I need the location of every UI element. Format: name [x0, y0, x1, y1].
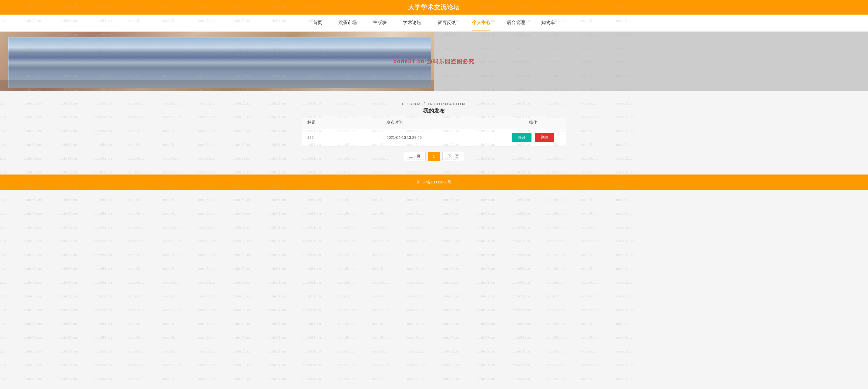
- nav-link-forum[interactable]: 主版块: [373, 14, 387, 31]
- watermark-item: code51.cn: [434, 386, 469, 389]
- watermark-item: code51.cn: [155, 248, 190, 262]
- watermark-item: code51.cn: [0, 193, 16, 207]
- column-header-title: 标题: [302, 116, 381, 129]
- watermark-row: code51.cncode51.cncode51.cncode51.cncode…: [0, 372, 868, 386]
- watermark-item: code51.cn: [225, 193, 259, 207]
- watermark-item: code51.cn: [399, 207, 434, 220]
- watermark-item: code51.cn: [0, 372, 16, 386]
- watermark-item: code51.cn: [225, 207, 259, 220]
- watermark-item: code51.cn: [608, 317, 643, 331]
- next-page-button[interactable]: 下一页: [442, 152, 464, 161]
- row-date: 2021-04-10 13:29:46: [381, 129, 500, 146]
- watermark-item: code51.cn: [190, 275, 225, 289]
- watermark-item: code51.cn: [120, 372, 155, 386]
- watermark-item: code51.cn: [155, 124, 190, 138]
- nav-link-academic[interactable]: 学术论坛: [403, 14, 421, 31]
- watermark-item: code51.cn: [294, 289, 329, 303]
- nav-item-cart[interactable]: 购物车: [541, 14, 555, 31]
- watermark-item: code51.cn: [503, 331, 538, 345]
- watermark-item: code51.cn: [259, 317, 294, 331]
- watermark-item: code51.cn: [85, 124, 120, 138]
- watermark-item: code51.cn: [573, 207, 608, 220]
- watermark-item: code51.cn: [16, 289, 51, 303]
- watermark-item: code51.cn: [225, 220, 259, 234]
- watermark-item: code51.cn: [120, 386, 155, 389]
- main-content: FORUM / INFORMATION 我的发布 标题 发布时间 操作 222 …: [299, 91, 569, 175]
- watermark-item: code51.cn: [399, 289, 434, 303]
- watermark-item: code51.cn: [503, 289, 538, 303]
- watermark-item: code51.cn: [225, 289, 259, 303]
- watermark-item: code51.cn: [120, 234, 155, 248]
- watermark-item: code51.cn: [503, 317, 538, 331]
- nav-link-feedback[interactable]: 留言反馈: [437, 14, 456, 31]
- watermark-item: code51.cn: [85, 275, 120, 289]
- edit-button[interactable]: 修改: [512, 133, 531, 142]
- watermark-item: code51.cn: [120, 124, 155, 138]
- watermark-item: code51.cn: [51, 220, 85, 234]
- watermark-item: code51.cn: [608, 193, 643, 207]
- watermark-item: code51.cn: [190, 138, 225, 152]
- watermark-item: code51.cn: [294, 275, 329, 289]
- watermark-item: code51.cn: [573, 345, 608, 358]
- watermark-item: code51.cn: [0, 345, 16, 358]
- watermark-item: code51.cn: [190, 317, 225, 331]
- site-title: 大学学术交流论坛: [0, 3, 868, 11]
- watermark-item: code51.cn: [190, 248, 225, 262]
- banner-left-image: [0, 32, 434, 91]
- row-title: 222: [302, 129, 381, 146]
- watermark-item: code51.cn: [329, 234, 364, 248]
- nav-item-forum[interactable]: 主版块: [373, 14, 387, 31]
- nav-item-personal[interactable]: 个人中心: [472, 14, 491, 31]
- watermark-item: code51.cn: [434, 262, 469, 275]
- watermark-item: code51.cn: [259, 96, 294, 110]
- watermark-item: code51.cn: [0, 331, 16, 345]
- nav-link-flea[interactable]: 跳蚤市场: [338, 14, 357, 31]
- watermark-item: code51.cn: [329, 372, 364, 386]
- watermark-item: code51.cn: [294, 303, 329, 317]
- watermark-item: code51.cn: [85, 358, 120, 372]
- nav-link-cart[interactable]: 购物车: [541, 14, 555, 31]
- watermark-item: code51.cn: [0, 110, 16, 124]
- watermark-item: code51.cn: [0, 124, 16, 138]
- watermark-item: code51.cn: [85, 262, 120, 275]
- watermark-item: code51.cn: [120, 96, 155, 110]
- watermark-item: code51.cn: [608, 124, 643, 138]
- watermark-item: code51.cn: [16, 96, 51, 110]
- watermark-item: code51.cn: [399, 220, 434, 234]
- nav-item-admin[interactable]: 后台管理: [507, 14, 525, 31]
- watermark-item: code51.cn: [434, 372, 469, 386]
- watermark-item: code51.cn: [294, 317, 329, 331]
- nav-item-home[interactable]: 首页: [313, 14, 322, 31]
- watermark-item: code51.cn: [155, 207, 190, 220]
- watermark-item: code51.cn: [51, 372, 85, 386]
- watermark-item: code51.cn: [399, 234, 434, 248]
- watermark-item: code51.cn: [155, 275, 190, 289]
- nav-item-academic[interactable]: 学术论坛: [403, 14, 421, 31]
- watermark-item: code51.cn: [608, 96, 643, 110]
- watermark-item: code51.cn: [434, 220, 469, 234]
- nav-link-home[interactable]: 首页: [313, 14, 322, 31]
- watermark-item: code51.cn: [469, 358, 503, 372]
- nav-item-flea[interactable]: 跳蚤市场: [338, 14, 357, 31]
- watermark-item: code51.cn: [538, 386, 573, 389]
- nav-item-feedback[interactable]: 留言反馈: [437, 14, 456, 31]
- watermark-item: code51.cn: [608, 331, 643, 345]
- watermark-item: code51.cn: [51, 248, 85, 262]
- watermark-item: code51.cn: [120, 358, 155, 372]
- nav-link-personal[interactable]: 个人中心: [472, 14, 491, 31]
- current-page-button[interactable]: 1: [428, 152, 440, 161]
- watermark-item: code51.cn: [155, 96, 190, 110]
- nav-link-admin[interactable]: 后台管理: [507, 14, 525, 31]
- watermark-item: code51.cn: [259, 124, 294, 138]
- watermark-item: code51.cn: [0, 152, 16, 165]
- watermark-item: code51.cn: [608, 248, 643, 262]
- watermark-item: code51.cn: [608, 207, 643, 220]
- watermark-item: code51.cn: [608, 372, 643, 386]
- prev-page-button[interactable]: 上一页: [404, 152, 426, 161]
- watermark-item: code51.cn: [538, 345, 573, 358]
- watermark-item: code51.cn: [259, 386, 294, 389]
- watermark-item: code51.cn: [120, 303, 155, 317]
- delete-button[interactable]: 删除: [535, 133, 554, 142]
- watermark-item: code51.cn: [573, 193, 608, 207]
- watermark-item: code51.cn: [503, 358, 538, 372]
